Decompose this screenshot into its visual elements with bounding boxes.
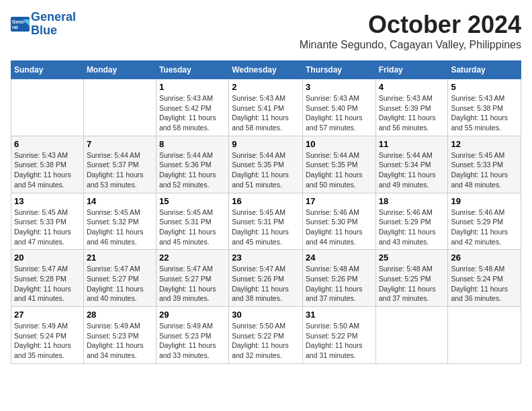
calendar-cell: 21Sunrise: 5:47 AM Sunset: 5:27 PM Dayli… <box>83 250 156 307</box>
day-number: 6 <box>14 139 81 149</box>
subtitle: Minante Segundo, Cagayan Valley, Philipp… <box>300 39 521 51</box>
day-number: 7 <box>87 139 153 149</box>
calendar-cell: 15Sunrise: 5:45 AM Sunset: 5:31 PM Dayli… <box>156 193 228 250</box>
calendar-cell: 8Sunrise: 5:44 AM Sunset: 5:36 PM Daylig… <box>156 136 228 193</box>
calendar-header-cell: Tuesday <box>156 61 228 79</box>
calendar-week-row: 1Sunrise: 5:43 AM Sunset: 5:42 PM Daylig… <box>11 79 521 136</box>
calendar-week-row: 13Sunrise: 5:45 AM Sunset: 5:33 PM Dayli… <box>11 193 521 250</box>
day-info: Sunrise: 5:44 AM Sunset: 5:36 PM Dayligh… <box>159 150 226 190</box>
calendar-cell: 1Sunrise: 5:43 AM Sunset: 5:42 PM Daylig… <box>156 79 228 136</box>
day-info: Sunrise: 5:50 AM Sunset: 5:22 PM Dayligh… <box>232 321 300 361</box>
day-number: 31 <box>306 310 373 320</box>
day-info: Sunrise: 5:43 AM Sunset: 5:42 PM Dayligh… <box>159 93 226 133</box>
day-info: Sunrise: 5:44 AM Sunset: 5:35 PM Dayligh… <box>306 150 373 190</box>
day-number: 5 <box>451 82 518 92</box>
calendar-cell: 3Sunrise: 5:43 AM Sunset: 5:40 PM Daylig… <box>302 79 375 136</box>
day-number: 12 <box>451 139 518 149</box>
day-number: 19 <box>451 196 518 206</box>
day-info: Sunrise: 5:47 AM Sunset: 5:27 PM Dayligh… <box>159 264 226 304</box>
day-number: 1 <box>159 82 226 92</box>
calendar-cell: 28Sunrise: 5:49 AM Sunset: 5:23 PM Dayli… <box>83 307 156 364</box>
day-info: Sunrise: 5:45 AM Sunset: 5:33 PM Dayligh… <box>14 208 81 247</box>
day-number: 2 <box>232 82 300 92</box>
day-number: 18 <box>379 196 445 206</box>
day-number: 26 <box>451 253 518 263</box>
day-info: Sunrise: 5:49 AM Sunset: 5:24 PM Dayligh… <box>14 321 81 361</box>
day-info: Sunrise: 5:48 AM Sunset: 5:26 PM Dayligh… <box>306 264 373 304</box>
calendar-week-row: 20Sunrise: 5:47 AM Sunset: 5:28 PM Dayli… <box>11 250 521 307</box>
day-info: Sunrise: 5:43 AM Sunset: 5:39 PM Dayligh… <box>379 93 445 133</box>
logo-icon: Gene- ral <box>11 17 30 32</box>
calendar-cell <box>83 79 156 136</box>
calendar-cell: 13Sunrise: 5:45 AM Sunset: 5:33 PM Dayli… <box>11 193 84 250</box>
day-number: 11 <box>379 139 445 149</box>
calendar-cell: 14Sunrise: 5:45 AM Sunset: 5:32 PM Dayli… <box>83 193 156 250</box>
day-info: Sunrise: 5:50 AM Sunset: 5:22 PM Dayligh… <box>306 321 373 361</box>
calendar-cell: 9Sunrise: 5:44 AM Sunset: 5:35 PM Daylig… <box>229 136 303 193</box>
day-info: Sunrise: 5:49 AM Sunset: 5:23 PM Dayligh… <box>87 321 153 361</box>
day-number: 30 <box>232 310 300 320</box>
calendar-cell: 27Sunrise: 5:49 AM Sunset: 5:24 PM Dayli… <box>11 307 84 364</box>
svg-text:Gene-: Gene- <box>12 19 26 24</box>
calendar-cell: 2Sunrise: 5:43 AM Sunset: 5:41 PM Daylig… <box>229 79 303 136</box>
day-info: Sunrise: 5:49 AM Sunset: 5:23 PM Dayligh… <box>159 321 226 361</box>
day-number: 10 <box>306 139 373 149</box>
day-number: 20 <box>14 253 81 263</box>
day-number: 8 <box>159 139 226 149</box>
calendar-header-cell: Wednesday <box>229 61 303 79</box>
day-info: Sunrise: 5:45 AM Sunset: 5:33 PM Dayligh… <box>451 150 518 190</box>
calendar-cell <box>375 307 448 364</box>
calendar-cell: 29Sunrise: 5:49 AM Sunset: 5:23 PM Dayli… <box>156 307 228 364</box>
calendar-cell: 12Sunrise: 5:45 AM Sunset: 5:33 PM Dayli… <box>448 136 521 193</box>
day-info: Sunrise: 5:44 AM Sunset: 5:34 PM Dayligh… <box>379 150 445 190</box>
day-info: Sunrise: 5:45 AM Sunset: 5:32 PM Dayligh… <box>87 208 153 247</box>
logo-line1: General <box>31 11 76 24</box>
day-number: 21 <box>87 253 153 263</box>
day-info: Sunrise: 5:48 AM Sunset: 5:25 PM Dayligh… <box>379 264 445 304</box>
calendar-cell: 17Sunrise: 5:46 AM Sunset: 5:30 PM Dayli… <box>302 193 375 250</box>
calendar-cell: 11Sunrise: 5:44 AM Sunset: 5:34 PM Dayli… <box>375 136 448 193</box>
calendar-cell: 4Sunrise: 5:43 AM Sunset: 5:39 PM Daylig… <box>375 79 448 136</box>
day-info: Sunrise: 5:47 AM Sunset: 5:27 PM Dayligh… <box>87 264 153 304</box>
day-number: 17 <box>306 196 373 206</box>
day-number: 15 <box>159 196 226 206</box>
main-title: October 2024 <box>300 11 521 39</box>
day-info: Sunrise: 5:47 AM Sunset: 5:26 PM Dayligh… <box>232 264 300 304</box>
day-info: Sunrise: 5:43 AM Sunset: 5:38 PM Dayligh… <box>451 93 518 133</box>
day-info: Sunrise: 5:43 AM Sunset: 5:41 PM Dayligh… <box>232 93 300 133</box>
day-info: Sunrise: 5:47 AM Sunset: 5:28 PM Dayligh… <box>14 264 81 304</box>
logo-line2: Blue <box>31 24 76 38</box>
calendar-cell: 19Sunrise: 5:46 AM Sunset: 5:29 PM Dayli… <box>448 193 521 250</box>
day-info: Sunrise: 5:43 AM Sunset: 5:40 PM Dayligh… <box>306 93 373 133</box>
day-number: 23 <box>232 253 300 263</box>
logo: Gene- ral General Blue <box>11 11 76 38</box>
day-number: 28 <box>87 310 153 320</box>
calendar-header-cell: Sunday <box>11 61 84 79</box>
day-number: 25 <box>379 253 445 263</box>
calendar-week-row: 27Sunrise: 5:49 AM Sunset: 5:24 PM Dayli… <box>11 307 521 364</box>
calendar-cell: 24Sunrise: 5:48 AM Sunset: 5:26 PM Dayli… <box>302 250 375 307</box>
calendar-header-cell: Friday <box>375 61 448 79</box>
calendar-header-row: SundayMondayTuesdayWednesdayThursdayFrid… <box>11 61 521 79</box>
day-info: Sunrise: 5:44 AM Sunset: 5:35 PM Dayligh… <box>232 150 300 190</box>
calendar-week-row: 6Sunrise: 5:43 AM Sunset: 5:38 PM Daylig… <box>11 136 521 193</box>
calendar-table: SundayMondayTuesdayWednesdayThursdayFrid… <box>11 60 521 364</box>
day-number: 4 <box>379 82 445 92</box>
day-number: 22 <box>159 253 226 263</box>
day-number: 3 <box>306 82 373 92</box>
title-section: October 2024 Minante Segundo, Cagayan Va… <box>300 11 521 56</box>
calendar-cell: 6Sunrise: 5:43 AM Sunset: 5:38 PM Daylig… <box>11 136 84 193</box>
calendar-cell: 7Sunrise: 5:44 AM Sunset: 5:37 PM Daylig… <box>83 136 156 193</box>
day-info: Sunrise: 5:46 AM Sunset: 5:30 PM Dayligh… <box>306 208 373 247</box>
calendar-body: 1Sunrise: 5:43 AM Sunset: 5:42 PM Daylig… <box>11 79 521 364</box>
calendar-header-cell: Saturday <box>448 61 521 79</box>
day-info: Sunrise: 5:46 AM Sunset: 5:29 PM Dayligh… <box>451 208 518 247</box>
svg-text:ral: ral <box>12 25 18 30</box>
day-info: Sunrise: 5:46 AM Sunset: 5:29 PM Dayligh… <box>379 208 445 247</box>
day-number: 29 <box>159 310 226 320</box>
day-number: 14 <box>87 196 153 206</box>
day-number: 27 <box>14 310 81 320</box>
calendar-cell <box>11 79 84 136</box>
calendar-cell: 18Sunrise: 5:46 AM Sunset: 5:29 PM Dayli… <box>375 193 448 250</box>
day-number: 13 <box>14 196 81 206</box>
